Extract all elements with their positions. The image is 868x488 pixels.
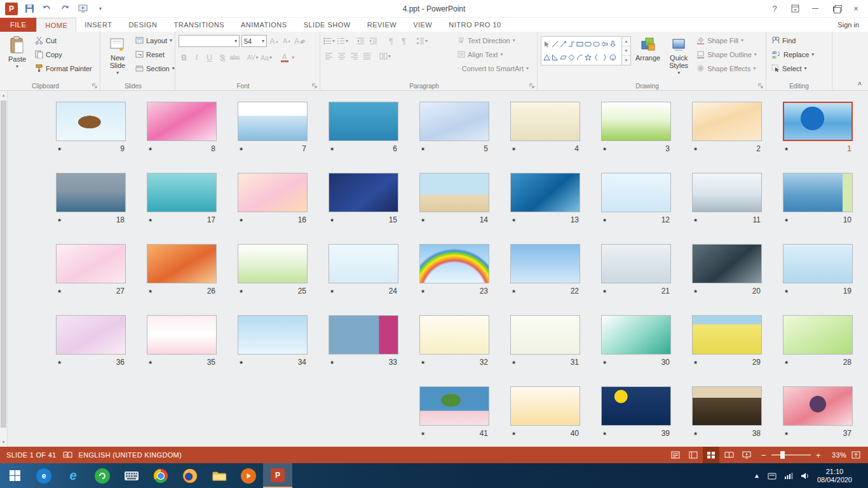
- transition-star-icon[interactable]: ★: [512, 431, 516, 437]
- slide-thumbnail[interactable]: [147, 244, 217, 283]
- restore-button[interactable]: [826, 2, 845, 16]
- transition-star-icon[interactable]: ★: [512, 217, 516, 223]
- slide-thumbnail[interactable]: [329, 173, 398, 212]
- font-name-combo[interactable]: ▾: [179, 35, 240, 47]
- gallery-more-button[interactable]: ▼: [622, 56, 630, 65]
- save-button[interactable]: [23, 3, 36, 15]
- shape-arrow-icon[interactable]: [559, 40, 567, 48]
- transition-star-icon[interactable]: ★: [693, 431, 698, 437]
- slide-counter[interactable]: SLIDE 1 OF 41: [6, 451, 57, 459]
- slide-thumbnail[interactable]: [147, 173, 217, 212]
- arrange-button[interactable]: Arrange: [633, 34, 663, 81]
- transition-star-icon[interactable]: ★: [57, 217, 62, 223]
- slide-thumbnail[interactable]: [692, 102, 762, 141]
- slide-thumbnail[interactable]: [601, 386, 671, 426]
- slide-thumbnail[interactable]: [419, 315, 489, 355]
- transition-star-icon[interactable]: ★: [330, 360, 334, 365]
- bullets-button[interactable]: ▾: [323, 35, 335, 47]
- increase-indent-button[interactable]: [368, 35, 379, 47]
- transition-star-icon[interactable]: ★: [784, 146, 789, 152]
- line-spacing-button[interactable]: ▾: [416, 35, 428, 47]
- gallery-scroll-down-button[interactable]: ▼: [622, 46, 630, 56]
- firefox-icon[interactable]: [175, 463, 205, 488]
- slide-thumbnail[interactable]: [147, 102, 217, 141]
- slide-thumbnail[interactable]: [601, 173, 671, 212]
- slide-thumbnail[interactable]: [329, 102, 398, 141]
- columns-button[interactable]: ▾: [379, 50, 391, 62]
- quick-styles-button[interactable]: Quick Styles ▾: [665, 34, 693, 81]
- cut-button[interactable]: Cut: [33, 34, 94, 47]
- slide-thumbnail[interactable]: [510, 386, 580, 426]
- ribbon-display-options-button[interactable]: [785, 2, 804, 16]
- tab-design[interactable]: DESIGN: [120, 18, 165, 32]
- transition-star-icon[interactable]: ★: [693, 217, 698, 223]
- scrollbar-thumb[interactable]: [1, 100, 6, 428]
- slide-thumbnail[interactable]: [692, 173, 762, 212]
- tray-app-icon[interactable]: [768, 472, 776, 480]
- tab-review[interactable]: REVIEW: [359, 18, 405, 32]
- transition-star-icon[interactable]: ★: [602, 288, 607, 294]
- network-icon[interactable]: [784, 472, 793, 479]
- shape-diamond-icon[interactable]: [567, 53, 576, 62]
- find-button[interactable]: Find: [770, 34, 816, 47]
- transition-star-icon[interactable]: ★: [148, 288, 153, 294]
- shape-effects-button[interactable]: Shape Effects ▾: [695, 62, 759, 75]
- transition-star-icon[interactable]: ★: [330, 288, 334, 294]
- on-screen-keyboard-icon[interactable]: [117, 463, 146, 488]
- taskbar-clock[interactable]: 21:10 08/04/2020: [817, 468, 852, 484]
- slide-thumbnail[interactable]: [238, 315, 308, 355]
- left-to-right-text-button[interactable]: ¶: [386, 35, 397, 47]
- shapes-gallery[interactable]: [541, 36, 622, 65]
- character-spacing-button[interactable]: AV▾: [247, 51, 259, 64]
- transition-star-icon[interactable]: ★: [148, 146, 153, 152]
- right-to-left-text-button[interactable]: ¶: [398, 35, 409, 47]
- shape-parallelogram-icon[interactable]: [559, 53, 567, 62]
- tab-insert[interactable]: INSERT: [76, 18, 120, 32]
- transition-star-icon[interactable]: ★: [57, 146, 62, 152]
- zoom-out-button[interactable]: −: [760, 451, 768, 460]
- transition-star-icon[interactable]: ★: [57, 288, 62, 294]
- transition-star-icon[interactable]: ★: [421, 360, 425, 365]
- scroll-up-arrow[interactable]: ▲: [0, 91, 7, 100]
- transition-star-icon[interactable]: ★: [784, 360, 789, 365]
- shape-line-icon[interactable]: [551, 40, 559, 48]
- transition-star-icon[interactable]: ★: [512, 288, 516, 294]
- slide-thumbnail[interactable]: [783, 244, 853, 283]
- transition-star-icon[interactable]: ★: [421, 431, 425, 437]
- decrease-indent-button[interactable]: [355, 35, 366, 47]
- tray-show-hidden-icons[interactable]: ▲: [754, 472, 760, 479]
- numbering-button[interactable]: ▾: [337, 35, 348, 47]
- undo-button[interactable]: [41, 3, 53, 15]
- slide-thumbnail[interactable]: [510, 244, 580, 283]
- slide-thumbnail[interactable]: [419, 244, 489, 283]
- tab-slide-show[interactable]: SLIDE SHOW: [295, 18, 359, 32]
- reading-view-button[interactable]: [721, 447, 737, 463]
- slide-thumbnail[interactable]: [329, 244, 398, 283]
- transition-star-icon[interactable]: ★: [693, 360, 698, 365]
- spellcheck-icon[interactable]: [63, 451, 72, 459]
- powerpoint-taskbar-icon[interactable]: P: [263, 463, 292, 488]
- customize-qat-button[interactable]: ▾: [94, 3, 107, 15]
- section-button[interactable]: Section ▾: [133, 62, 177, 75]
- edge-browser-icon[interactable]: e: [29, 463, 58, 488]
- zoom-slider[interactable]: [771, 454, 811, 456]
- align-center-button[interactable]: [336, 50, 347, 62]
- shape-left-arrow-icon[interactable]: [600, 40, 609, 48]
- sign-in-link[interactable]: Sign in: [829, 18, 868, 32]
- shape-pointer-icon[interactable]: [543, 40, 551, 48]
- text-direction-button[interactable]: Text Direction ▾: [456, 34, 531, 47]
- slide-thumbnail[interactable]: [329, 315, 398, 355]
- shape-triangle-icon[interactable]: [543, 53, 551, 62]
- reset-button[interactable]: Reset: [133, 48, 177, 61]
- change-case-button[interactable]: Aa▾: [261, 51, 272, 64]
- transition-star-icon[interactable]: ★: [421, 146, 425, 152]
- tab-view[interactable]: VIEW: [405, 18, 440, 32]
- transition-star-icon[interactable]: ★: [693, 288, 698, 294]
- chrome-icon[interactable]: [146, 463, 175, 488]
- font-size-combo[interactable]: 54 ▾: [241, 35, 267, 47]
- transition-star-icon[interactable]: ★: [148, 360, 153, 365]
- file-explorer-icon[interactable]: [205, 463, 234, 488]
- strikethrough-button[interactable]: abc: [229, 51, 240, 64]
- language-indicator[interactable]: ENGLISH (UNITED KINGDOM): [79, 451, 182, 459]
- transition-star-icon[interactable]: ★: [602, 146, 607, 152]
